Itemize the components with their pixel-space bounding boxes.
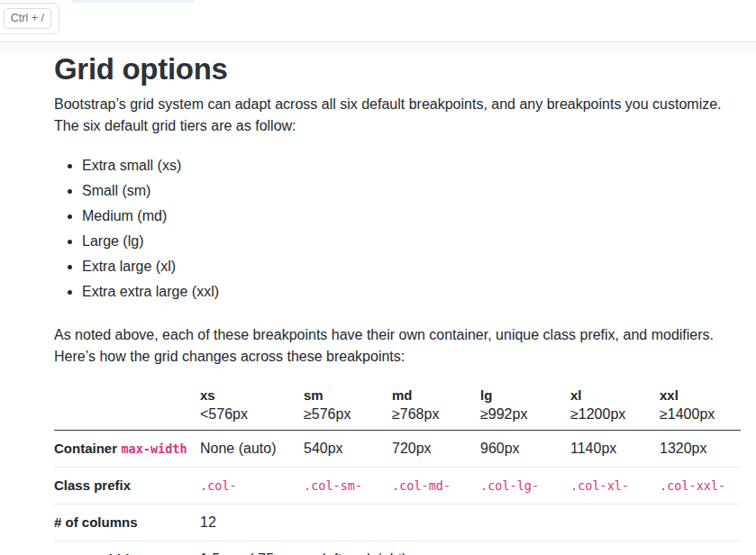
inline-code: .col- [200, 478, 237, 493]
column-header-sm: sm≥576px [304, 384, 392, 431]
row-header: Gutter width [54, 541, 200, 555]
table-cell: 1140px [570, 431, 660, 468]
breakpoint-list-item: Medium (md) [82, 205, 740, 227]
grid-table-header-row: xs<576pxsm≥576pxmd≥768pxlg≥992pxxl≥1200p… [54, 384, 741, 431]
table-cell: 720px [392, 431, 480, 468]
top-navbar: Ctrl + / [0, 0, 756, 42]
breakpoint-list-item: Large (lg) [82, 231, 740, 252]
article: Grid options Bootstrap’s grid system can… [0, 52, 756, 555]
breakpoint-list-item: Extra large (xl) [82, 256, 740, 278]
table-cell: 1.5rem (.75rem on left and right) [200, 541, 741, 555]
table-cell: .col-xl- [570, 468, 660, 505]
column-header-xs: xs<576px [200, 384, 304, 431]
column-header-xxl: xxl≥1400px [660, 384, 741, 431]
keyboard-shortcut-hint: Ctrl + / [4, 8, 51, 29]
search-input[interactable]: Ctrl + / [0, 3, 59, 34]
inline-code: max-width [121, 441, 187, 456]
intro-paragraph: Bootstrap’s grid system can adapt across… [54, 94, 740, 137]
table-row: Container max-widthNone (auto)540px720px… [54, 431, 741, 468]
inline-code: .col-xxl- [660, 478, 725, 493]
column-header-xl: xl≥1200px [570, 384, 660, 431]
breakpoint-list: Extra small (xs)Small (sm)Medium (md)Lar… [54, 155, 740, 303]
inline-code: .col-xl- [570, 478, 629, 493]
table-cell: 12 [200, 505, 741, 541]
grid-options-table: xs<576pxsm≥576pxmd≥768pxlg≥992pxxl≥1200p… [54, 384, 741, 555]
note-paragraph: As noted above, each of these breakpoint… [54, 324, 740, 368]
breakpoint-list-item: Small (sm) [82, 180, 740, 202]
grid-table-body: Container max-widthNone (auto)540px720px… [54, 431, 741, 555]
table-cell: .col- [200, 468, 304, 505]
table-row: # of columns12 [54, 505, 741, 541]
inline-code: .col-lg- [480, 478, 539, 493]
table-cell: None (auto) [200, 431, 304, 468]
table-cell: .col-sm- [304, 468, 392, 505]
table-row: Class prefix.col-.col-sm-.col-md-.col-lg… [54, 468, 741, 505]
table-cell: 540px [304, 431, 392, 468]
active-nav-highlight [72, 0, 194, 3]
table-cell: 960px [480, 431, 570, 468]
inline-code: .col-md- [392, 478, 451, 493]
table-cell: .col-md- [392, 468, 480, 505]
table-cell: .col-lg- [480, 468, 570, 505]
column-header-empty [54, 384, 200, 431]
inline-code: .col-sm- [304, 478, 362, 493]
table-cell: 1320px [660, 431, 741, 468]
row-header: Class prefix [54, 468, 200, 505]
breakpoint-list-item: Extra extra large (xxl) [82, 281, 740, 303]
table-row: Gutter width1.5rem (.75rem on left and r… [54, 541, 741, 555]
row-header: Container max-width [54, 431, 200, 468]
column-header-md: md≥768px [392, 384, 480, 431]
breakpoint-list-item: Extra small (xs) [82, 155, 740, 177]
column-header-lg: lg≥992px [480, 384, 570, 431]
table-cell: .col-xxl- [660, 468, 741, 505]
page-title: Grid options [54, 52, 740, 86]
row-header: # of columns [54, 505, 200, 541]
